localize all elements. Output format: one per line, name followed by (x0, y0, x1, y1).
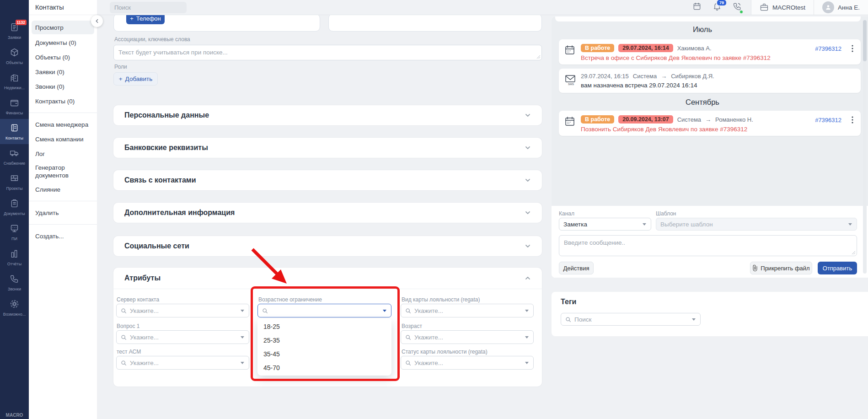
sidebar-item-change-manager[interactable]: Смена менеджера (29, 117, 97, 132)
rail-footer-brand: MACRO (0, 413, 29, 418)
rail-item-realestate[interactable]: Недвижи... (0, 69, 29, 94)
sidebar-collapse-button[interactable] (91, 15, 103, 27)
tags-search-select[interactable]: Поиск (561, 313, 701, 326)
select-loyalty-card-type[interactable]: Укажите... (401, 304, 534, 317)
chevron-down-icon (525, 210, 531, 216)
sidebar-item-documents[interactable]: Документы (0) (29, 35, 97, 50)
template-select[interactable]: Выберите шаблон (656, 218, 857, 231)
rail-item-opportunities[interactable]: Возможно... (0, 295, 29, 320)
caret-down-icon (848, 223, 852, 226)
select-question1[interactable]: Укажите... (116, 330, 249, 344)
select-contact-server[interactable]: Укажите... (116, 304, 249, 317)
associations-textarea[interactable] (113, 45, 542, 60)
ticket-link[interactable]: #7396312 (815, 117, 841, 124)
chevron-left-icon (95, 19, 99, 23)
sidebar-item-calls[interactable]: Звонки (0) (29, 79, 97, 94)
notifications-bell-icon[interactable]: 79 (713, 2, 722, 13)
age-restriction-dropdown: 18-25 25-35 35-45 45-70 (257, 319, 391, 376)
attributes-header[interactable]: Атрибуты (113, 268, 542, 289)
resize-handle-icon[interactable] (536, 55, 541, 59)
monitor-icon (10, 224, 19, 235)
section-personal-data[interactable]: Персональные данные (113, 105, 542, 125)
timeline-event-meeting[interactable]: В работе 29.07.2024, 16:14 Хакимова А. В… (559, 39, 861, 64)
channel-select[interactable]: Заметка (559, 218, 651, 231)
section-bank-details[interactable]: Банковские реквизиты (113, 138, 542, 158)
select-age[interactable]: Укажите... (401, 330, 534, 344)
caret-down-icon (692, 318, 696, 321)
status-badge: В работе (581, 44, 614, 52)
dropdown-option[interactable]: 18-25 (257, 320, 391, 333)
kebab-menu-icon[interactable] (852, 45, 853, 54)
sidebar-item-objects[interactable]: Объекты (0) (29, 50, 97, 64)
dropdown-option[interactable]: 25-35 (257, 333, 391, 347)
resize-handle-icon[interactable] (852, 251, 856, 255)
primary-nav-rail: 1132 Заявки Объекты Недвижи... Финансы К… (0, 0, 29, 419)
message-textarea[interactable] (559, 235, 857, 256)
select-test-acm[interactable]: Укажите... (116, 356, 249, 370)
rail-item-objects[interactable]: Объекты (0, 43, 29, 69)
user-name: Анна Е. (838, 4, 860, 11)
dropdown-option[interactable]: 35-45 (257, 347, 391, 361)
rail-item-supply[interactable]: Снабжение (0, 144, 29, 169)
wallet-icon (10, 98, 19, 109)
ticket-link[interactable]: #7396312 (815, 45, 841, 52)
calendar-event-icon (564, 116, 575, 129)
sidebar-divider (29, 224, 97, 225)
section-contact-links[interactable]: Связь с контактами (113, 170, 542, 190)
company-switcher[interactable]: MACROtest (751, 0, 814, 15)
date-badge: 20.09.2024, 13:07 (618, 115, 673, 124)
global-search[interactable] (110, 2, 187, 13)
rail-item-documents[interactable]: Документы (0, 194, 29, 220)
search-icon (405, 334, 411, 340)
timeline-event-call[interactable]: В работе 20.09.2024, 13:07 Система → Ром… (559, 111, 861, 136)
panel-scrollbar[interactable] (863, 20, 867, 274)
roles-label: Роли (114, 64, 127, 70)
add-role-button[interactable]: + Добавить (113, 72, 158, 86)
rail-item-calls[interactable]: Звонки (0, 270, 29, 295)
global-search-input[interactable] (114, 4, 195, 11)
section-social-networks[interactable]: Социальные сети (113, 236, 542, 256)
sidebar-item-tickets[interactable]: Заявки (0) (29, 64, 97, 79)
building-icon (10, 73, 19, 84)
sms-envelope-icon: SMS (564, 74, 576, 87)
dropdown-option[interactable]: 45-70 (257, 361, 391, 375)
plus-icon: + (119, 75, 123, 82)
scrollbar-thumb[interactable] (863, 20, 867, 61)
svg-text:SMS: SMS (568, 83, 574, 86)
sidebar-item-delete[interactable]: Удалить (29, 205, 97, 220)
send-button[interactable]: Отправить (818, 262, 857, 274)
search-icon (121, 308, 127, 314)
search-icon (121, 334, 127, 340)
select-loyalty-card-status[interactable]: Укажите... (401, 356, 534, 370)
sidebar-item-doc-generator[interactable]: Генератор документов (29, 161, 97, 182)
sidebar-item-view[interactable]: Просмотр (32, 21, 94, 34)
section-additional-info[interactable]: Дополнительная информация (113, 203, 542, 223)
rail-item-pi[interactable]: ПИ (0, 220, 29, 245)
online-status-dot (739, 10, 743, 14)
sidebar-item-log[interactable]: Лог (29, 146, 97, 161)
rail-item-projects[interactable]: Проекты (0, 169, 29, 194)
rail-item-tickets[interactable]: 1132 Заявки (0, 18, 29, 43)
rail-item-contacts[interactable]: Контакты (0, 119, 29, 144)
calendar-icon[interactable] (692, 2, 702, 13)
caret-down-icon (525, 336, 529, 338)
user-menu[interactable]: Анна Е. (814, 0, 868, 15)
sidebar-item-merge[interactable]: Слияние (29, 182, 97, 197)
telephony-icon[interactable] (733, 2, 742, 13)
message-composer: Канал Шаблон Заметка Выберите шаблон Дей… (552, 206, 868, 278)
rail-item-finance[interactable]: Финансы (0, 94, 29, 119)
arrow-right-icon: → (661, 73, 667, 80)
kebab-menu-icon[interactable] (852, 116, 853, 125)
sidebar-item-create[interactable]: Создать... (29, 229, 97, 243)
actions-button[interactable]: Действия (559, 262, 594, 274)
timeline-event-sms[interactable]: SMS 29.07.2024, 16:15 Система → Сибиряко… (559, 69, 861, 93)
event-to: Сибиряков Д.Я. (671, 73, 714, 80)
event-from: Система (633, 73, 657, 80)
sidebar-item-change-company[interactable]: Смена компании (29, 132, 97, 146)
activity-panel: Июль В работе 29.07.2024, 16:14 Хакимова… (552, 16, 868, 278)
rail-item-reports[interactable]: Отчёты (0, 245, 29, 270)
company-name: MACROtest (772, 4, 805, 11)
sidebar-item-contracts[interactable]: Контракты (0) (29, 94, 97, 108)
attach-file-button[interactable]: Прикрепить файл (750, 262, 812, 274)
select-age-restriction[interactable] (257, 304, 391, 317)
